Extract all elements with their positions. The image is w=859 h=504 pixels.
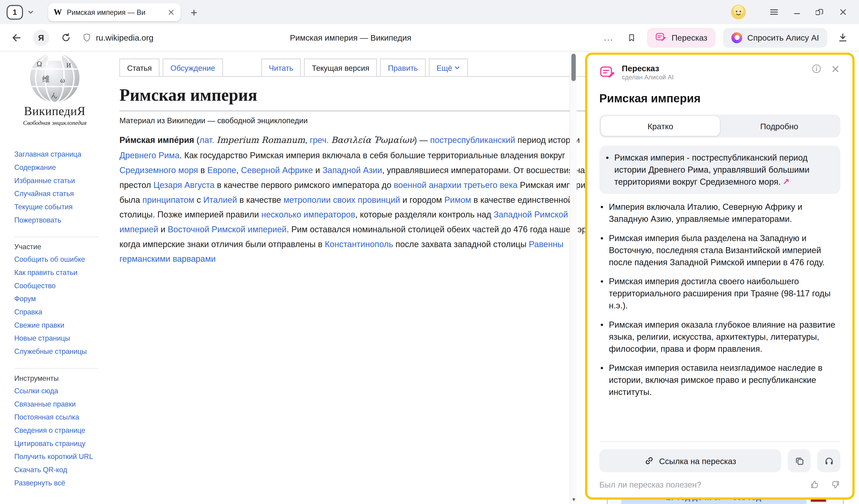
- tab-talk[interactable]: Обсуждение: [163, 59, 223, 76]
- article-link[interactable]: несколько императоров: [261, 210, 355, 219]
- scrollbar-thumb[interactable]: [571, 54, 576, 81]
- tab-current-version[interactable]: Текущая версия: [304, 59, 377, 76]
- sidebar-link[interactable]: Сообщить об ошибке: [14, 253, 106, 266]
- sidebar-link[interactable]: Форум: [14, 293, 106, 306]
- article-link[interactable]: Древнего Рима: [120, 151, 180, 160]
- tab-more[interactable]: Ещё: [429, 59, 468, 76]
- article-link[interactable]: Римом: [444, 195, 471, 204]
- svg-text:ん: ん: [51, 92, 58, 99]
- ask-alice-button[interactable]: Спросить Алису AI: [723, 28, 827, 47]
- tabs-dropdown-chevron-icon[interactable]: [27, 9, 34, 15]
- info-icon[interactable]: [811, 64, 822, 74]
- sidebar-link[interactable]: Случайная статья: [14, 187, 106, 200]
- tab-edit[interactable]: Править: [380, 59, 425, 76]
- sidebar-link[interactable]: Цитировать страницу: [14, 437, 106, 450]
- wikipedia-logo[interactable]: Ω И 维 ω ん ВикипедиЯ Свободная энциклопед…: [0, 51, 109, 126]
- bullet-dot: •: [606, 152, 609, 188]
- svg-text:И: И: [66, 61, 71, 69]
- article-link[interactable]: постреспубликанский: [430, 135, 515, 144]
- article-link[interactable]: Цезаря Августа: [153, 180, 215, 189]
- thumbs-up-icon[interactable]: [810, 479, 820, 490]
- yandex-logo-icon[interactable]: Я: [33, 29, 49, 46]
- retell-panel: Пересказ сделан Алисой AI Римская импери…: [585, 53, 855, 500]
- svg-text:维: 维: [42, 75, 50, 83]
- bookmark-icon[interactable]: [624, 30, 639, 45]
- listen-button[interactable]: [817, 449, 840, 472]
- back-icon[interactable]: [9, 30, 24, 45]
- article-scrollbar[interactable]: ▼: [570, 51, 577, 504]
- user-avatar[interactable]: [731, 4, 746, 20]
- shield-icon: [82, 33, 91, 42]
- headphones-icon: [824, 456, 834, 466]
- article-link[interactable]: метрополии своих провинций: [284, 195, 400, 204]
- chevron-down-icon: [454, 64, 461, 72]
- bullet-text: Римская империя оставила неизгладимое на…: [609, 362, 839, 398]
- scrollbar-down-arrow[interactable]: ▼: [570, 497, 577, 502]
- article-link[interactable]: Восточной Римской империей: [168, 225, 287, 234]
- sidebar-link[interactable]: Служебные страницы: [14, 345, 106, 358]
- sidebar-link[interactable]: Развернуть всё: [14, 477, 106, 490]
- sidebar-link[interactable]: Пожертвовать: [14, 214, 106, 227]
- sidebar-link[interactable]: Постоянная ссылка: [14, 411, 106, 424]
- window-minimize-icon[interactable]: [788, 3, 806, 21]
- close-icon[interactable]: [830, 64, 840, 74]
- bullet-dot: •: [601, 362, 604, 398]
- sidebar-section-participation-title: Участие: [14, 237, 99, 251]
- retell-icon: [655, 32, 667, 43]
- article-link[interactable]: Европе: [207, 166, 236, 175]
- sidebar-link[interactable]: Сведения о странице: [14, 424, 106, 437]
- new-tab-button[interactable]: +: [191, 6, 197, 18]
- sidebar-link[interactable]: Текущие события: [14, 200, 106, 214]
- more-options-icon[interactable]: …: [601, 30, 616, 45]
- tab-count-button[interactable]: 1: [6, 5, 23, 19]
- article-link[interactable]: Константинополь: [325, 240, 393, 249]
- sidebar-link[interactable]: Ссылки сюда: [14, 384, 106, 398]
- sidebar-link[interactable]: Свежие правки: [14, 319, 106, 332]
- sidebar-link[interactable]: Скачать QR-код: [14, 463, 106, 477]
- tab-article[interactable]: Статья: [120, 59, 160, 76]
- retell-button[interactable]: Пересказ: [647, 28, 715, 47]
- copy-icon: [794, 456, 804, 466]
- sidebar-link[interactable]: Избранные статьи: [14, 174, 106, 187]
- window-restore-icon[interactable]: [811, 3, 829, 21]
- article-link[interactable]: Западной Азии: [322, 166, 382, 175]
- bullet-text: Римская империя - постреспубликанский пе…: [615, 152, 834, 188]
- tab-close-icon[interactable]: [167, 8, 175, 16]
- tab-detailed[interactable]: Подробно: [720, 116, 839, 136]
- source-link-arrow[interactable]: ↗: [782, 177, 789, 186]
- menu-hamburger-icon[interactable]: [765, 3, 783, 21]
- tab-short[interactable]: Кратко: [601, 116, 720, 136]
- sidebar-section-tools-title: Инструменты: [14, 368, 99, 382]
- active-tab[interactable]: W Римская империя — Ви: [48, 3, 181, 21]
- summary-bullet: •Империя включала Италию, Северную Африк…: [599, 201, 841, 225]
- bullet-dot: •: [601, 232, 604, 269]
- sidebar-link[interactable]: Как править статьи: [14, 266, 106, 279]
- sidebar-link[interactable]: Справка: [14, 306, 106, 319]
- article-link[interactable]: Италией: [203, 195, 237, 204]
- bullet-dot: •: [601, 201, 604, 225]
- tab-read[interactable]: Читать: [261, 59, 301, 76]
- reload-icon[interactable]: [58, 30, 73, 45]
- article-link[interactable]: греч.: [310, 135, 329, 144]
- sidebar-link[interactable]: Заглавная страница: [14, 148, 106, 161]
- bullet-dot: •: [601, 319, 604, 355]
- sidebar-link[interactable]: Сообщество: [14, 279, 106, 293]
- article-link[interactable]: лат.: [199, 135, 214, 144]
- thumbs-down-icon[interactable]: [830, 479, 841, 490]
- article-link[interactable]: Средиземного моря: [120, 166, 198, 175]
- article-link[interactable]: военной анархии третьего века: [394, 180, 517, 189]
- address-bar[interactable]: ru.wikipedia.org: [82, 33, 153, 42]
- sidebar-link[interactable]: Содержание: [14, 161, 106, 174]
- article-link[interactable]: Равенны: [529, 240, 563, 249]
- window-close-icon[interactable]: [834, 3, 852, 21]
- copy-text-button[interactable]: [788, 449, 811, 472]
- sidebar-link[interactable]: Получить короткий URL: [14, 450, 106, 464]
- copy-retell-link-button[interactable]: Ссылка на пересказ: [599, 449, 781, 472]
- download-icon[interactable]: [835, 30, 850, 45]
- article-link[interactable]: германскими варварами: [120, 254, 216, 263]
- summary-mode-tabs: Кратко Подробно: [599, 114, 841, 137]
- sidebar-link[interactable]: Новые страницы: [14, 332, 106, 345]
- sidebar-link[interactable]: Связанные правки: [14, 398, 106, 411]
- article-link[interactable]: Северной Африке: [241, 166, 313, 175]
- article-link[interactable]: принципатом: [142, 195, 194, 204]
